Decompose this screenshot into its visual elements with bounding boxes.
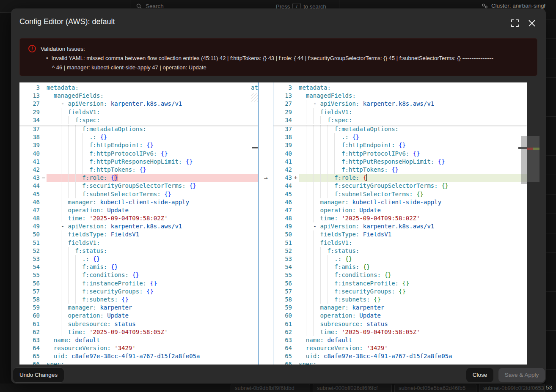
code-line-37[interactable]: 37f:metadataOptions: — [19, 125, 258, 133]
line-number: 27 — [19, 100, 47, 108]
sticky-line-3[interactable]: 3metadata: — [273, 84, 527, 92]
expand-icon[interactable] — [510, 19, 520, 28]
code-line-48[interactable]: 48time: '2025-09-04T09:58:02Z' — [19, 214, 258, 222]
code-line-49[interactable]: 49- apiVersion: karpenter.k8s.aws/v1 — [19, 222, 258, 230]
code-line-42[interactable]: 42f:httpTokens: {} — [19, 166, 258, 174]
code-line-65[interactable]: 65uid: c8afe97e-38cc-4f91-a767-d15f2a8fe… — [273, 352, 527, 360]
code-line-57[interactable]: 57f:securityGroups: {} — [19, 288, 258, 296]
code-line-45[interactable]: 45f:subnetSelectorTerms: {} — [273, 190, 527, 198]
cluster-selector[interactable]: Cluster: anirban-singh — [482, 3, 547, 9]
code-line-46[interactable]: 46manager: kubectl-client-side-apply — [19, 198, 258, 206]
code-line-63[interactable]: 63name: default — [19, 336, 258, 344]
code-line-46[interactable]: 46manager: kubectl-client-side-apply — [273, 198, 527, 206]
line-number: 29 — [19, 108, 47, 116]
sticky-line-29[interactable]: 29fieldsV1: — [273, 108, 527, 116]
close-button[interactable]: Close — [466, 368, 493, 382]
code-line-47[interactable]: 47operation: Update — [19, 206, 258, 214]
line-number: 38 — [273, 133, 299, 141]
code-line-38[interactable]: 38.: {} — [273, 133, 527, 141]
code-line-55[interactable]: 55f:conditions: {} — [19, 271, 258, 279]
code-line-37[interactable]: 37f:metadataOptions: — [273, 125, 527, 133]
code-line-54[interactable]: 54f:amis: {} — [273, 263, 527, 271]
code-line-52[interactable]: 52f:status: — [19, 247, 258, 255]
code-line-44[interactable]: 44f:securityGroupSelectorTerms: {} — [19, 182, 258, 190]
code-line-40[interactable]: 40f:httpProtocolIPv6: {} — [273, 150, 527, 158]
code-line-44[interactable]: 44f:securityGroupSelectorTerms: {} — [273, 182, 527, 190]
revert-arrow-icon[interactable]: → — [258, 174, 273, 182]
sticky-line-13[interactable]: 13managedFields: — [19, 92, 258, 100]
code-line-50[interactable]: 50fieldsType: FieldsV1 — [19, 230, 258, 238]
code-line-58[interactable]: 58f:subnets: {} — [273, 296, 527, 304]
sticky-line-34[interactable]: 34f:spec: — [273, 116, 527, 124]
code-line-56[interactable]: 56f:instanceProfile: {} — [273, 280, 527, 288]
code-line-51[interactable]: 51fieldsV1: — [273, 239, 527, 247]
code-line-42[interactable]: 42f:httpTokens: {} — [273, 166, 527, 174]
sticky-line-27[interactable]: 27- apiVersion: karpenter.k8s.aws/v1 — [273, 100, 527, 108]
diff-overview-ruler[interactable] — [527, 136, 539, 182]
code-line-41[interactable]: 41f:httpPutResponseHopLimit: {} — [19, 158, 258, 166]
code-line-62[interactable]: 62time: '2025-09-04T09:58:05Z' — [19, 328, 258, 336]
editor-scrollbar[interactable] — [521, 136, 527, 184]
sticky-scroll-right: 3metadata:13managedFields:27- apiVersion… — [273, 82, 527, 125]
save-apply-button[interactable]: Save & Apply — [498, 368, 545, 382]
code-line-53[interactable]: 53.: {} — [273, 255, 527, 263]
code-line-43[interactable]: 43+f:role: { — [273, 174, 527, 182]
diff-modified-pane[interactable]: 3metadata:13managedFields:27- apiVersion… — [273, 82, 527, 365]
code-line-65[interactable]: 65uid: c8afe97e-38cc-4f91-a767-d15f2a8fe… — [19, 352, 258, 360]
line-number: 40 — [273, 150, 299, 158]
code-line-49[interactable]: 49- apiVersion: karpenter.k8s.aws/v1 — [273, 222, 527, 230]
code-line-48[interactable]: 48time: '2025-09-04T09:58:02Z' — [273, 214, 527, 222]
line-number: 48 — [273, 214, 299, 222]
code-line-39[interactable]: 39f:httpEndpoint: {} — [19, 141, 258, 149]
line-number: 46 — [19, 198, 47, 206]
text-cursor — [366, 174, 367, 181]
code-line-57[interactable]: 57f:securityGroups: {} — [273, 288, 527, 296]
code-line-56[interactable]: 56f:instanceProfile: {} — [19, 280, 258, 288]
line-number: 60 — [19, 312, 47, 320]
code-line-54[interactable]: 54f:amis: {} — [19, 263, 258, 271]
code-line-62[interactable]: 62time: '2025-09-04T09:58:05Z' — [273, 328, 527, 336]
code-line-58[interactable]: 58f:subnets: {} — [19, 296, 258, 304]
code-line-38[interactable]: 38.: {} — [19, 133, 258, 141]
code-line-66[interactable]: 66spec: — [19, 360, 258, 365]
code-line-60[interactable]: 60operation: Update — [19, 312, 258, 320]
code-line-59[interactable]: 59manager: karpenter — [273, 304, 527, 312]
code-line-45[interactable]: 45f:subnetSelectorTerms: {} — [19, 190, 258, 198]
line-number: 38 — [19, 133, 47, 141]
line-number: 40 — [19, 150, 47, 158]
code-line-52[interactable]: 52f:status: — [273, 247, 527, 255]
code-line-41[interactable]: 41f:httpPutResponseHopLimit: {} — [273, 158, 527, 166]
validation-banner: ! Validation Issues: •Invalid YAML: miss… — [19, 38, 537, 76]
diff-original-pane[interactable]: 3metadata:13managedFields:27- apiVersion… — [19, 82, 258, 365]
line-number: 45 — [273, 190, 299, 198]
line-number: 39 — [19, 141, 47, 149]
line-number: 52 — [19, 247, 47, 255]
close-icon[interactable] — [527, 19, 537, 28]
code-line-61[interactable]: 61subresource: status — [273, 320, 527, 328]
sticky-line-34[interactable]: 34f:spec: — [19, 116, 258, 124]
code-line-66[interactable]: 66spec: — [273, 360, 527, 365]
code-line-60[interactable]: 60operation: Update — [273, 312, 527, 320]
code-line-64[interactable]: 64resourceVersion: '3429' — [19, 344, 258, 352]
line-number: 58 — [19, 296, 47, 304]
sticky-line-3[interactable]: 3metadata: — [19, 84, 258, 92]
code-line-64[interactable]: 64resourceVersion: '3429' — [273, 344, 527, 352]
line-number: 50 — [19, 230, 47, 238]
code-line-47[interactable]: 47operation: Update — [273, 206, 527, 214]
code-line-61[interactable]: 61subresource: status — [19, 320, 258, 328]
line-number: 66 — [19, 360, 47, 365]
overview-mark-left — [252, 147, 258, 148]
code-line-40[interactable]: 40f:httpProtocolIPv6: {} — [19, 150, 258, 158]
code-line-63[interactable]: 63name: default — [273, 336, 527, 344]
sticky-line-13[interactable]: 13managedFields: — [273, 92, 527, 100]
code-line-53[interactable]: 53.: {} — [19, 255, 258, 263]
sticky-line-27[interactable]: 27- apiVersion: karpenter.k8s.aws/v1 — [19, 100, 258, 108]
sticky-line-29[interactable]: 29fieldsV1: — [19, 108, 258, 116]
undo-changes-button[interactable]: Undo Changes — [13, 367, 64, 383]
code-line-51[interactable]: 51fieldsV1: — [19, 239, 258, 247]
code-line-55[interactable]: 55f:conditions: {} — [273, 271, 527, 279]
code-line-43[interactable]: 43−f:role: {} — [19, 174, 258, 182]
code-line-39[interactable]: 39f:httpEndpoint: {} — [273, 141, 527, 149]
code-line-50[interactable]: 50fieldsType: FieldsV1 — [273, 230, 527, 238]
code-line-59[interactable]: 59manager: karpenter — [19, 304, 258, 312]
